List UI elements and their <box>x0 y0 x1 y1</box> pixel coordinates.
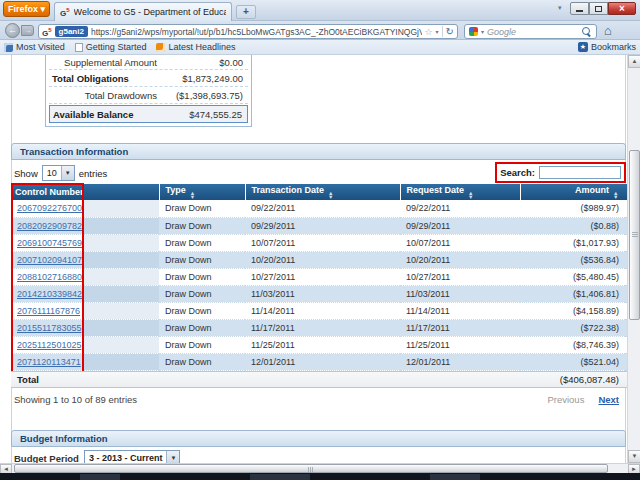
table-row: 2069100745769 Draw Down 10/07/2011 10/07… <box>11 234 627 251</box>
restore-button[interactable] <box>589 2 608 15</box>
search-engine-dropdown-icon[interactable]: ▾ <box>481 28 484 35</box>
budget-period-label: Budget Period <box>14 453 79 464</box>
control-number-link[interactable]: 2015511783055 <box>17 323 81 333</box>
most-visited-icon <box>4 43 13 52</box>
budget-period-select[interactable]: 3 - 2013 - Current ▼ <box>84 450 181 463</box>
header-empty <box>83 184 159 200</box>
bookmark-star-icon[interactable]: ☆ <box>425 27 433 37</box>
control-number-link[interactable]: 2088102716880 <box>17 272 82 282</box>
close-icon: × <box>619 3 625 14</box>
control-number-link[interactable]: 2007102094107 <box>17 255 82 265</box>
sort-icon: ▲▼ <box>613 192 618 200</box>
page-icon <box>75 43 83 52</box>
chevron-down-icon[interactable]: ▼ <box>61 166 74 180</box>
scroll-down-icon[interactable]: ▼ <box>628 450 640 463</box>
previous-page-button[interactable]: Previous <box>547 394 584 405</box>
table-header-row: Control Number▲ Type▲▼ Transaction Date▲… <box>11 184 627 200</box>
home-button[interactable]: ⌂ <box>604 23 612 38</box>
horizontal-scrollbar[interactable]: ◄ ► <box>0 463 640 473</box>
web-search-box[interactable]: ▾ Google <box>464 24 597 39</box>
table-row: 2007102094107 Draw Down 10/20/2011 10/20… <box>11 251 627 268</box>
navigation-toolbar: ← → G5 g5ani2 https://g5ani2/wps/myporta… <box>0 21 640 40</box>
summary-row: Supplemental Amount $0.00 <box>49 55 248 70</box>
firefox-menu-button[interactable]: Firefox ▾ <box>3 1 50 17</box>
tab-welcome-g5[interactable]: G5 Welcome to G5 - Department of Educati… <box>54 2 232 21</box>
bookmarks-star-icon: ★ <box>578 42 588 52</box>
table-row: 2014210339842 Draw Down 11/03/2011 11/03… <box>11 285 627 302</box>
close-button[interactable]: × <box>608 2 636 15</box>
control-number-link[interactable]: 2025112501025 <box>17 340 81 350</box>
transaction-section-header: Transaction Information <box>11 143 626 160</box>
vertical-scroll-thumb[interactable] <box>629 150 640 320</box>
transaction-table: Control Number▲ Type▲▼ Transaction Date▲… <box>11 184 627 371</box>
google-icon[interactable] <box>469 27 478 36</box>
header-amount[interactable]: Amount▲▼ <box>520 184 627 200</box>
budget-period-control: Budget Period 3 - 2013 - Current ▼ <box>14 450 180 463</box>
tab-title: Welcome to G5 - Department of Educati... <box>74 7 226 17</box>
table-row: 2088102716880 Draw Down 10/27/2011 10/27… <box>11 268 627 285</box>
header-control-number[interactable]: Control Number▲ <box>11 184 83 200</box>
control-number-link[interactable]: 2071120113471 <box>17 357 81 367</box>
scroll-up-icon[interactable]: ▲ <box>628 55 640 68</box>
url-bar[interactable]: G5 g5ani2 https://g5ani2/wps/myportal/!u… <box>38 24 458 39</box>
restore-icon <box>595 6 602 12</box>
table-row: 2025112501025 Draw Down 11/25/2011 11/25… <box>11 336 627 353</box>
magnifier-icon[interactable] <box>582 27 592 37</box>
back-button[interactable]: ← <box>5 23 20 38</box>
entries-status: Showing 1 to 10 of 89 entries <box>11 394 137 405</box>
divider <box>442 26 443 37</box>
bookmarks-menu-button[interactable]: ★ Bookmarks <box>578 42 636 52</box>
title-bar: Firefox ▾ G5 Welcome to G5 - Department … <box>0 0 640 21</box>
header-transaction-date[interactable]: Transaction Date▲▼ <box>245 184 400 200</box>
table-row: 2071120113471 Draw Down 12/01/2011 12/01… <box>11 353 627 370</box>
summary-row: Total Drawdowns ($1,398,693.75) <box>49 87 248 104</box>
page-size-control: Show 10 ▼ entries <box>14 165 107 181</box>
reload-icon[interactable]: ↻ <box>446 26 454 37</box>
site-favicon: G5 <box>42 26 52 38</box>
taskbar-edge <box>0 473 640 480</box>
url-dropdown-icon[interactable]: ▾ <box>436 28 439 35</box>
site-identity-badge[interactable]: g5ani2 <box>55 26 88 37</box>
next-page-button[interactable]: Next <box>598 394 619 405</box>
control-number-link[interactable]: 2082092909782 <box>17 221 82 231</box>
list-tabs-icon[interactable]: ▾ <box>558 4 562 12</box>
browser-window: Firefox ▾ G5 Welcome to G5 - Department … <box>0 0 640 480</box>
header-type[interactable]: Type▲▼ <box>159 184 245 200</box>
search-input[interactable] <box>539 166 621 179</box>
award-summary-table: Supplemental Amount $0.00 Total Obligati… <box>45 55 252 127</box>
control-number-link[interactable]: 2067092276700 <box>17 203 82 213</box>
bookmark-most-visited[interactable]: Most Visited <box>4 42 65 52</box>
feed-icon <box>156 43 165 52</box>
minimize-button[interactable] <box>570 2 589 15</box>
control-number-link[interactable]: 2014210339842 <box>17 289 82 299</box>
budget-section-header: Budget Information <box>11 430 626 447</box>
search-label: Search: <box>500 167 535 178</box>
table-search-annotated: Search: <box>495 162 626 183</box>
new-tab-button[interactable]: + <box>236 5 256 19</box>
table-row: 2082092909782 Draw Down 09/29/2011 09/29… <box>11 217 627 234</box>
vertical-scrollbar[interactable]: ▲ ▼ <box>627 55 640 463</box>
table-row: 2067092276700 Draw Down 09/22/2011 09/22… <box>11 200 627 217</box>
bookmark-getting-started[interactable]: Getting Started <box>75 42 147 52</box>
search-placeholder: Google <box>487 27 579 37</box>
page-content: Supplemental Amount $0.00 Total Obligati… <box>0 55 627 463</box>
table-row: 2015511783055 Draw Down 11/17/2011 11/17… <box>11 319 627 336</box>
g5-favicon: G5 <box>60 6 70 18</box>
bookmarks-toolbar: Most Visited Getting Started Latest Head… <box>0 40 640 55</box>
page-size-select[interactable]: 10 ▼ <box>42 165 75 181</box>
bookmark-latest-headlines[interactable]: Latest Headlines <box>156 42 235 52</box>
minimize-icon <box>576 10 583 12</box>
sort-icon: ▲▼ <box>190 192 195 200</box>
sort-icon: ▲▼ <box>328 192 333 200</box>
control-number-link[interactable]: 2076111167876 <box>17 306 80 316</box>
horizontal-scroll-thumb[interactable] <box>14 464 608 473</box>
url-text: https://g5ani2/wps/myportal/!ut/p/b1/hc5… <box>91 27 422 37</box>
table-total-row: Total ($406,087.48) <box>11 371 627 388</box>
chevron-down-icon[interactable]: ▼ <box>166 451 179 463</box>
table-row: 2076111167876 Draw Down 11/14/2011 11/14… <box>11 302 627 319</box>
summary-row: Total Obligations $1,873,249.00 <box>49 70 248 87</box>
forward-button[interactable]: → <box>21 25 34 36</box>
header-request-date[interactable]: Request Date▲▼ <box>400 184 520 200</box>
table-footer: Showing 1 to 10 of 89 entries Previous N… <box>11 392 627 406</box>
control-number-link[interactable]: 2069100745769 <box>17 238 82 248</box>
